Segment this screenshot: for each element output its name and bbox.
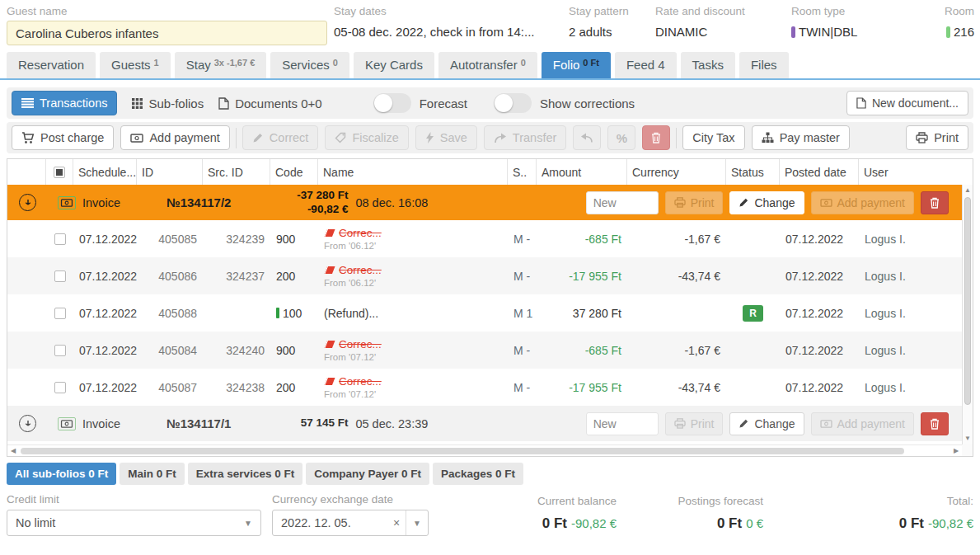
horizontal-scrollbar[interactable]: ◀ ▶ [7, 444, 962, 456]
table-row[interactable]: 07.12.2022 405084 324240 900 Correc... F… [7, 332, 962, 369]
row-checkbox[interactable] [54, 270, 66, 282]
cell-amount: -17 955 Ft [537, 257, 627, 294]
tab-files[interactable]: Files [739, 52, 789, 78]
cell-subfolio: M - [508, 220, 537, 257]
cell-subfolio: M - [508, 257, 537, 294]
tab-services[interactable]: Services0 [270, 52, 349, 78]
add-payment-button[interactable]: Add payment [120, 125, 229, 150]
column-header-id[interactable]: ID [137, 159, 203, 185]
grid-icon [132, 98, 143, 109]
horizontal-scroll-thumb[interactable] [21, 448, 904, 454]
tab-feed[interactable]: Feed 4 [615, 52, 677, 78]
invoice-add-payment-button[interactable]: Add payment [811, 412, 915, 435]
table-row[interactable]: 07.12.2022 405088 100 (Refund)... M 1 37… [7, 294, 962, 332]
column-header-schedule[interactable]: Schedule... [73, 159, 137, 185]
city-tax-button[interactable]: City Tax [682, 125, 744, 150]
subfolio-tab-all[interactable]: All sub-folios 0 Ft [7, 463, 116, 485]
exchange-date-label: Currency exchange date [272, 493, 429, 506]
tab-guests[interactable]: Guests1 [100, 52, 171, 78]
new-document-button[interactable]: New document... [846, 91, 968, 115]
sub-folios-view-button[interactable]: Sub-folios [132, 96, 204, 111]
fiscalize-button[interactable]: Fiscalize [325, 125, 408, 150]
tab-folio[interactable]: Folio0 Ft [542, 52, 611, 78]
scroll-left-arrow[interactable]: ◀ [7, 447, 19, 454]
cell-schedule-date: 07.12.2022 [73, 332, 137, 369]
circle-arrow-icon[interactable] [19, 194, 36, 211]
vertical-scroll-thumb[interactable] [964, 197, 971, 405]
transactions-table: Schedule... ID Src. ID Code Name S.. Amo… [7, 158, 973, 457]
subfolio-tab-packages[interactable]: Packages 0 Ft [433, 463, 523, 485]
show-corrections-toggle[interactable] [494, 93, 532, 113]
tabs-underline [0, 78, 980, 80]
discount-percent-button[interactable]: % [607, 125, 635, 150]
invoice-change-button[interactable]: Change [729, 412, 804, 435]
postings-forecast-label: Postings forecast [678, 495, 763, 507]
transactions-view-button[interactable]: Transactions [12, 91, 117, 115]
tab-autotransfer[interactable]: Autotransfer0 [438, 52, 537, 78]
invoice-group-row[interactable]: Invoice №134117/1 57 145 Ft 05 dec. 23:3… [7, 406, 962, 441]
table-row[interactable]: 07.12.2022 405086 324237 200 Correc... F… [7, 257, 962, 294]
row-checkbox[interactable] [54, 382, 66, 393]
select-all-checkbox[interactable] [54, 167, 65, 178]
row-checkbox[interactable] [54, 233, 66, 245]
printer-icon [674, 418, 686, 429]
subfolio-tab-company-payer[interactable]: Company Payer 0 Ft [306, 463, 429, 485]
trash-icon [930, 418, 940, 430]
tab-key-cards[interactable]: Key Cards [354, 52, 434, 78]
subfolio-tab-extra-services[interactable]: Extra services 0 Ft [188, 463, 302, 485]
documents-view-button[interactable]: Documents 0+0 [218, 96, 321, 111]
vertical-scrollbar[interactable]: ▲ ▼ [962, 185, 973, 444]
table-row[interactable]: 07.12.2022 405087 324238 200 Correc... F… [7, 369, 962, 406]
room-type-field: Room type TWIN|DBL [791, 5, 857, 39]
cell-user: Logus I. [859, 220, 962, 257]
guest-name-input[interactable] [7, 21, 327, 45]
correct-button[interactable]: Correct [242, 125, 319, 150]
invoice-delete-button[interactable] [921, 191, 949, 214]
column-header-code[interactable]: Code [270, 159, 318, 185]
invoice-status-input[interactable] [586, 412, 659, 435]
column-header-currency[interactable]: Currency [627, 159, 726, 185]
circle-arrow-icon[interactable] [19, 415, 36, 432]
column-header-name[interactable]: Name [318, 159, 508, 185]
cell-amount: -17 955 Ft [537, 369, 627, 406]
invoice-print-button[interactable]: Print [665, 191, 724, 214]
column-header-status[interactable]: Status [726, 159, 780, 185]
scroll-down-arrow[interactable]: ▼ [963, 434, 973, 444]
tab-reservation[interactable]: Reservation [7, 52, 96, 78]
credit-limit-select[interactable]: No limit ▼ [7, 510, 261, 536]
tab-tasks[interactable]: Tasks [681, 52, 735, 78]
cell-id: 405084 [137, 332, 203, 369]
clear-date-icon[interactable]: × [387, 516, 406, 529]
scroll-up-arrow[interactable]: ▲ [963, 186, 973, 195]
print-button[interactable]: Print [906, 125, 968, 150]
column-header-user[interactable]: User [859, 159, 962, 185]
pay-master-button[interactable]: Pay master [752, 125, 850, 150]
exchange-date-picker[interactable]: 2022. 12. 05. × ▼ [272, 510, 429, 536]
invoice-group-row-selected[interactable]: Invoice №134117/2 -37 280 Ft-90,82 € 08 … [7, 185, 962, 220]
toolbar-separator [676, 128, 677, 148]
cell-code: 200 [270, 369, 318, 406]
column-header-src-id[interactable]: Src. ID [203, 159, 270, 185]
invoice-add-payment-button[interactable]: Add payment [811, 191, 915, 214]
tab-stay[interactable]: Stay3x -1,67 € [175, 52, 267, 78]
table-row[interactable]: 07.12.2022 405085 324239 900 Correc... F… [7, 220, 962, 257]
invoice-print-button[interactable]: Print [665, 412, 724, 435]
transfer-button[interactable]: Transfer [484, 125, 566, 150]
row-checkbox[interactable] [54, 345, 66, 356]
column-header-amount[interactable]: Amount [537, 159, 627, 185]
invoice-change-button[interactable]: Change [729, 191, 804, 214]
invoice-status-input[interactable] [586, 191, 659, 214]
column-header-s[interactable]: S.. [508, 159, 537, 185]
subfolio-tab-main[interactable]: Main 0 Ft [120, 463, 185, 485]
scroll-right-arrow[interactable]: ▶ [950, 447, 962, 454]
cell-schedule-date: 07.12.2022 [73, 257, 137, 294]
invoice-delete-button[interactable] [921, 412, 949, 435]
save-button[interactable]: Save [415, 125, 477, 150]
undo-button[interactable] [573, 125, 601, 150]
forecast-toggle[interactable] [373, 93, 411, 113]
row-checkbox[interactable] [54, 308, 66, 319]
column-header-posted-date[interactable]: Posted date [780, 159, 859, 185]
chevron-down-icon[interactable]: ▼ [406, 510, 428, 535]
delete-button[interactable] [642, 125, 670, 150]
post-charge-button[interactable]: Post charge [12, 125, 114, 150]
